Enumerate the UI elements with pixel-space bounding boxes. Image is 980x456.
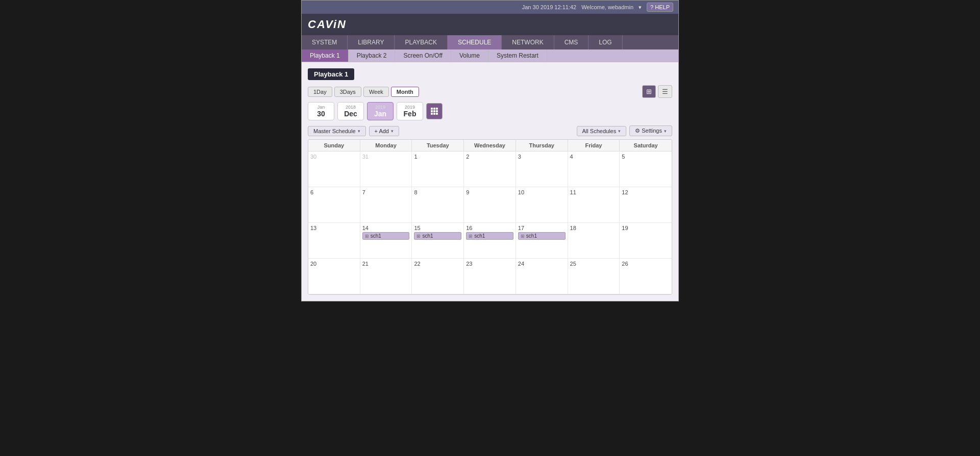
cal-cell[interactable]: 15⊞sch1 [412,223,464,259]
cal-cell[interactable]: 16⊞sch1 [464,223,516,259]
sub-nav-playback2[interactable]: Playback 2 [349,49,396,62]
main-nav: SYSTEM LIBRARY PLAYBACK SCHEDULE NETWORK… [302,35,678,49]
top-bar: Jan 30 2019 12:11:42 Welcome, webadmin ▾… [302,1,678,14]
date-box-main-jan30: 30 [317,110,325,118]
cal-header-thursday: Thursday [516,140,568,151]
sub-nav-playback1[interactable]: Playback 1 [302,49,349,62]
cal-cell[interactable]: 25 [568,259,620,294]
grid-view-icon[interactable]: ⊞ [642,85,656,98]
view-1day[interactable]: 1Day [308,87,332,97]
date-box-main-dec2018: Dec [344,110,357,118]
date-jan2019[interactable]: 2019 Jan [367,102,394,120]
schedule-event-label: sch1 [474,233,485,239]
svg-rect-1 [433,108,435,110]
cal-cell[interactable]: 23 [464,259,516,294]
cal-cell[interactable]: 1 [412,151,464,187]
svg-rect-2 [436,108,438,110]
cal-cell[interactable]: 11 [568,187,620,223]
cal-cell[interactable]: 8 [412,187,464,223]
cal-cell[interactable]: 6 [308,187,360,223]
settings-button[interactable]: ⚙ Settings ▾ [629,125,672,136]
logo: CAViN [308,18,347,31]
cal-cell[interactable]: 18 [568,223,620,259]
add-button[interactable]: + Add ▾ [369,126,399,136]
svg-rect-0 [431,108,433,110]
view-3days[interactable]: 3Days [334,87,361,97]
calendar-body: 30311234567891011121314⊞sch115⊞sch116⊞sc… [308,151,672,294]
schedule-event[interactable]: ⊞sch1 [362,232,410,240]
cal-cell[interactable]: 22 [412,259,464,294]
date-jan30[interactable]: Jan 30 [308,102,334,120]
cal-day-number: 12 [622,189,670,195]
cal-day-number: 22 [414,261,461,267]
calendar-grid-icon[interactable] [426,103,443,119]
cal-cell[interactable]: 2 [464,151,516,187]
date-dec2018[interactable]: 2018 Dec [337,102,364,120]
cal-day-number: 25 [570,261,618,267]
cal-day-number: 16 [466,225,513,231]
cal-day-number: 6 [310,189,358,195]
schedule-event-label: sch1 [422,233,433,239]
cal-cell[interactable]: 19 [620,223,672,259]
view-week[interactable]: Week [363,87,389,97]
cal-day-number: 14 [362,225,410,231]
nav-item-log[interactable]: LOG [589,35,622,49]
schedule-event[interactable]: ⊞sch1 [466,232,513,240]
cal-cell[interactable]: 17⊞sch1 [516,223,568,259]
help-button[interactable]: ? HELP [647,3,673,12]
sub-nav: Playback 1 Playback 2 Screen On/Off Volu… [302,49,678,62]
cal-cell[interactable]: 14⊞sch1 [360,223,412,259]
nav-item-system[interactable]: SYSTEM [302,35,348,49]
nav-item-library[interactable]: LIBRARY [348,35,395,49]
cal-header-friday: Friday [568,140,620,151]
nav-item-cms[interactable]: CMS [554,35,589,49]
cal-day-number: 31 [362,154,410,160]
cal-day-number: 8 [414,189,461,195]
cal-cell[interactable]: 4 [568,151,620,187]
date-feb2019[interactable]: 2019 Feb [397,102,423,120]
sub-nav-systemrestart[interactable]: System Restart [488,49,547,62]
cal-cell[interactable]: 7 [360,187,412,223]
cal-cell[interactable]: 24 [516,259,568,294]
schedule-event-icon: ⊞ [365,234,369,239]
toolbar-left: Master Schedule ▾ + Add ▾ [308,126,399,136]
cal-header-monday: Monday [360,140,412,151]
cal-day-number: 20 [310,261,358,267]
cal-cell[interactable]: 21 [360,259,412,294]
settings-label: ⚙ Settings [635,128,662,134]
nav-item-schedule[interactable]: SCHEDULE [448,35,502,49]
cal-cell[interactable]: 10 [516,187,568,223]
cal-cell[interactable]: 5 [620,151,672,187]
schedule-event[interactable]: ⊞sch1 [518,232,566,240]
cal-cell[interactable]: 13 [308,223,360,259]
schedule-event-icon: ⊞ [416,234,421,239]
cal-cell[interactable]: 9 [464,187,516,223]
view-buttons: 1Day 3Days Week Month [308,87,419,97]
nav-item-network[interactable]: NETWORK [502,35,554,49]
list-view-icon[interactable]: ☰ [658,85,672,98]
master-schedule-button[interactable]: Master Schedule ▾ [308,126,366,136]
sub-nav-screenonoff[interactable]: Screen On/Off [395,49,451,62]
all-schedules-button[interactable]: All Schedules ▾ [577,126,627,136]
cal-cell[interactable]: 30 [308,151,360,187]
cal-day-number: 4 [570,154,618,160]
date-box-year-dec2018: 2018 [343,105,358,110]
sub-nav-volume[interactable]: Volume [451,49,488,62]
cal-header-wednesday: Wednesday [464,140,516,151]
cal-day-number: 1 [414,154,461,160]
svg-rect-3 [431,110,433,112]
cal-day-number: 5 [622,154,670,160]
header: CAViN [302,14,678,35]
cal-cell[interactable]: 26 [620,259,672,294]
cal-cell[interactable]: 12 [620,187,672,223]
cal-cell[interactable]: 31 [360,151,412,187]
schedule-event[interactable]: ⊞sch1 [414,232,461,240]
cal-cell[interactable]: 20 [308,259,360,294]
view-month[interactable]: Month [391,87,419,97]
svg-rect-4 [433,110,435,112]
cal-cell[interactable]: 3 [516,151,568,187]
master-schedule-label: Master Schedule [313,128,356,134]
cal-day-number: 17 [518,225,566,231]
nav-item-playback[interactable]: PLAYBACK [395,35,447,49]
schedule-event-label: sch1 [371,233,381,239]
